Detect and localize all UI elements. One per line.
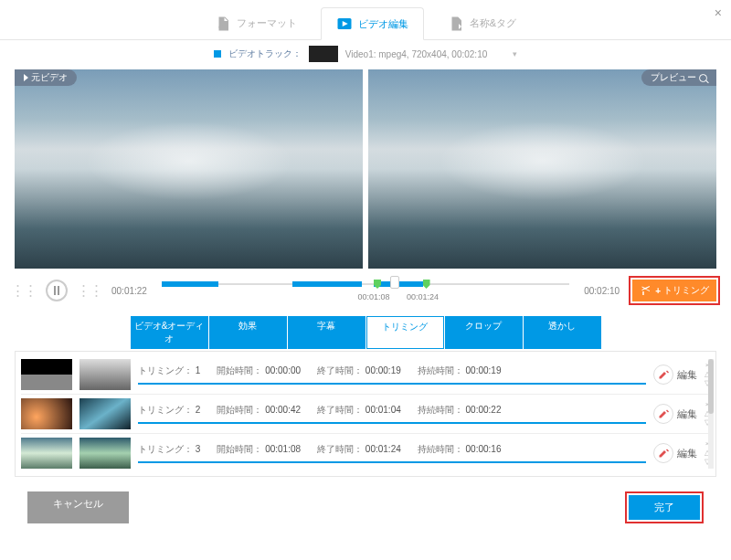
edit-button[interactable]: 編集 <box>653 404 697 424</box>
row-thumb-a <box>21 438 72 469</box>
row-thumb-a <box>21 359 72 390</box>
play-glyph-icon <box>24 74 28 81</box>
grip-icon: ⋮⋮ <box>11 286 37 295</box>
tab-video-edit[interactable]: ビデオ編集 <box>321 7 424 40</box>
highlight-trim: +トリミング <box>629 276 720 305</box>
trim-row: トリミング： 2開始時間： 00:00:42終了時間： 00:01:04持続時間… <box>21 394 710 433</box>
pencil-icon <box>653 365 673 385</box>
track-thumbnail <box>309 46 338 62</box>
tab-format-label: フォーマット <box>237 16 297 30</box>
pencil-icon <box>653 404 673 424</box>
timeline[interactable]: 00:01:08 00:01:24 <box>162 280 569 301</box>
player-controls: ⋮⋮ ⋮⋮ 00:01:22 00:01:08 00:01:24 00:02:1… <box>0 270 731 311</box>
video-track-bar: ビデオトラック： Video1: mpeg4, 720x404, 00:02:1… <box>0 40 731 68</box>
row-thumb-b <box>79 398 131 429</box>
magnify-icon[interactable] <box>699 74 707 82</box>
preview-video-frame <box>368 69 716 269</box>
add-trim-button[interactable]: +トリミング <box>632 280 716 301</box>
row-info: トリミング： 2開始時間： 00:00:42終了時間： 00:01:04持続時間… <box>138 404 646 424</box>
grip-icon: ⋮⋮ <box>77 286 102 295</box>
row-info: トリミング： 1開始時間： 00:00:00終了時間： 00:00:19持続時間… <box>138 365 646 385</box>
marker-start[interactable] <box>374 280 381 289</box>
sub-tabs: ビデオ&オーディオ 効果 字幕 トリミング クロップ 透かし <box>0 316 731 349</box>
svg-point-0 <box>218 25 223 29</box>
trim-list: トリミング： 1開始時間： 00:00:00終了時間： 00:00:19持続時間… <box>15 351 716 477</box>
pencil-icon <box>653 443 673 463</box>
row-info: トリミング： 3開始時間： 00:01:08終了時間： 00:01:24持続時間… <box>138 443 646 463</box>
marker-end-label: 00:01:24 <box>407 292 439 301</box>
edit-button[interactable]: 編集 <box>653 443 697 463</box>
subtab-effect[interactable]: 効果 <box>209 316 287 349</box>
tag-icon <box>448 16 464 32</box>
preview-badge: プレビュー <box>641 69 716 86</box>
top-nav: フォーマット ビデオ編集 名称&タグ <box>0 0 731 40</box>
scissors-icon <box>640 285 652 296</box>
source-badge: 元ビデオ <box>15 69 77 86</box>
track-indicator-icon <box>214 50 221 58</box>
source-video-frame <box>15 69 363 269</box>
subtab-trimming[interactable]: トリミング <box>366 316 444 349</box>
row-thumb-b <box>79 438 131 469</box>
track-label: ビデオトラック： <box>228 48 302 60</box>
row-thumb-a <box>21 398 72 429</box>
footer: キャンセル 完了 <box>0 484 731 531</box>
track-info: Video1: mpeg4, 720x404, 00:02:10 <box>345 49 488 59</box>
cancel-button[interactable]: キャンセル <box>27 491 129 523</box>
total-time: 00:02:10 <box>584 286 620 296</box>
preview-area: 元ビデオ プレビュー <box>0 68 731 270</box>
marker-start-label: 00:01:08 <box>357 292 389 301</box>
video-edit-icon <box>336 16 353 32</box>
close-icon[interactable]: × <box>715 5 722 20</box>
current-time: 00:01:22 <box>111 286 147 296</box>
format-icon <box>215 16 231 32</box>
trim-row: トリミング： 1開始時間： 00:00:00終了時間： 00:00:19持続時間… <box>21 355 710 394</box>
row-thumb-b <box>79 359 131 390</box>
done-button[interactable]: 完了 <box>629 495 700 520</box>
highlight-done: 完了 <box>625 491 704 523</box>
scrollbar[interactable] <box>708 359 714 469</box>
trim-row: トリミング： 3開始時間： 00:01:08終了時間： 00:01:24持続時間… <box>21 433 710 472</box>
tab-name-tag[interactable]: 名称&タグ <box>433 8 531 39</box>
subtab-crop[interactable]: クロップ <box>445 316 523 349</box>
marker-end[interactable] <box>423 280 430 289</box>
subtab-watermark[interactable]: 透かし <box>524 316 601 349</box>
track-dropdown-icon[interactable]: ▾ <box>494 49 517 58</box>
tab-video-edit-label: ビデオ編集 <box>358 17 408 31</box>
edit-button[interactable]: 編集 <box>653 365 697 385</box>
subtab-video-audio[interactable]: ビデオ&オーディオ <box>131 316 208 349</box>
tab-name-tag-label: 名称&タグ <box>470 16 516 30</box>
pause-button[interactable] <box>46 280 68 301</box>
subtab-subtitle[interactable]: 字幕 <box>288 316 366 349</box>
tab-format[interactable]: フォーマット <box>200 8 312 39</box>
